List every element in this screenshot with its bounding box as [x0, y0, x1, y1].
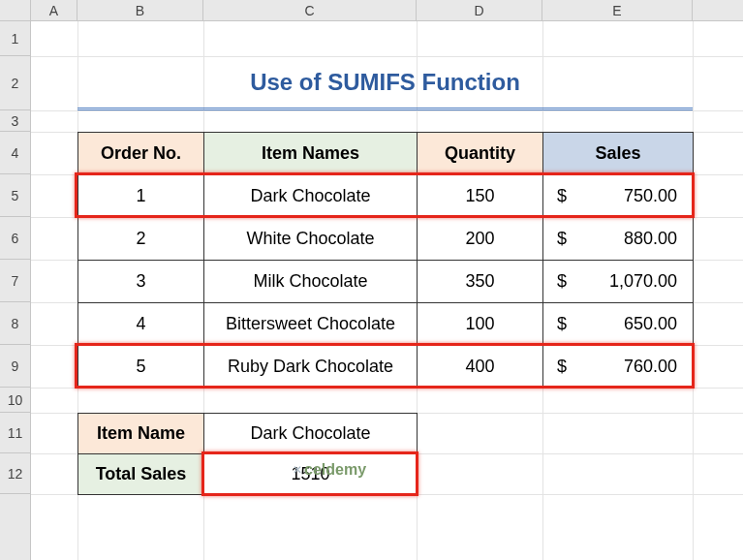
- row-header-10[interactable]: 10: [0, 388, 30, 413]
- cell-qty[interactable]: 400: [418, 346, 543, 389]
- sales-value: 650.00: [624, 314, 683, 334]
- data-table: Order No. Item Names Quantity Sales 1 Da…: [77, 132, 694, 389]
- cell-item[interactable]: Ruby Dark Chocolate: [204, 346, 418, 389]
- summary-item-value[interactable]: Dark Chocolate: [204, 414, 418, 454]
- row-headers-column: 1 2 3 4 5 6 7 8 9 10 11 12: [0, 21, 31, 560]
- row-header-6[interactable]: 6: [0, 217, 30, 260]
- cell-item[interactable]: Milk Chocolate: [204, 261, 418, 303]
- sales-value: 880.00: [624, 229, 683, 249]
- cell-item[interactable]: Dark Chocolate: [204, 175, 418, 218]
- table-header-row: Order No. Item Names Quantity Sales: [78, 133, 694, 175]
- cell-order[interactable]: 3: [78, 261, 204, 303]
- cell-qty[interactable]: 100: [418, 303, 543, 346]
- row-header-8[interactable]: 8: [0, 302, 30, 345]
- spreadsheet: A B C D E 1 2 3 4 5 6 7 8 9 10 11 12: [0, 0, 743, 560]
- row-header-3[interactable]: 3: [0, 110, 30, 132]
- summary-total-row: Total Sales 1510: [78, 454, 418, 495]
- cell-qty[interactable]: 150: [418, 175, 543, 218]
- cell-sales[interactable]: $650.00: [543, 303, 694, 346]
- sales-value: 1,070.00: [609, 271, 683, 292]
- header-qty[interactable]: Quantity: [418, 133, 543, 175]
- cell-order[interactable]: 1: [78, 175, 204, 218]
- summary-total-value[interactable]: 1510: [204, 454, 418, 495]
- header-sales[interactable]: Sales: [543, 133, 694, 175]
- table-row: 3 Milk Chocolate 350 $1,070.00: [78, 261, 694, 303]
- cell-qty[interactable]: 350: [418, 261, 543, 303]
- sales-value: 760.00: [624, 357, 683, 377]
- cells-grid[interactable]: Use of SUMIFS Function Order No. Item Na…: [31, 21, 743, 560]
- row-header-4[interactable]: 4: [0, 132, 30, 174]
- cell-item[interactable]: White Chocolate: [204, 218, 418, 261]
- cell-order[interactable]: 4: [78, 303, 204, 346]
- currency-symbol: $: [553, 314, 567, 334]
- table-row: 2 White Chocolate 200 $880.00: [78, 218, 694, 261]
- currency-symbol: $: [553, 357, 567, 377]
- table-row: 4 Bittersweet Chocolate 100 $650.00: [78, 303, 694, 346]
- summary-item-row: Item Name Dark Chocolate: [78, 414, 418, 454]
- row-header-11[interactable]: 11: [0, 413, 30, 453]
- row-header-9[interactable]: 9: [0, 345, 30, 388]
- cell-sales[interactable]: $880.00: [543, 218, 694, 261]
- select-all-corner[interactable]: [0, 0, 31, 21]
- page-title: Use of SUMIFS Function: [77, 56, 693, 110]
- row-header-7[interactable]: 7: [0, 260, 30, 302]
- row-header-5[interactable]: 5: [0, 174, 30, 217]
- currency-symbol: $: [553, 229, 567, 249]
- summary-table: Item Name Dark Chocolate Total Sales 151…: [77, 413, 418, 495]
- currency-symbol: $: [553, 271, 567, 292]
- col-header-c[interactable]: C: [203, 0, 417, 20]
- currency-symbol: $: [553, 186, 567, 206]
- table-row: 1 Dark Chocolate 150 $750.00: [78, 175, 694, 218]
- cell-order[interactable]: 5: [78, 346, 204, 389]
- header-item[interactable]: Item Names: [204, 133, 418, 175]
- col-header-b[interactable]: B: [77, 0, 203, 20]
- summary-item-label[interactable]: Item Name: [78, 414, 204, 454]
- header-order[interactable]: Order No.: [78, 133, 204, 175]
- cell-qty[interactable]: 200: [418, 218, 543, 261]
- cell-sales[interactable]: $750.00: [543, 175, 694, 218]
- sales-value: 750.00: [624, 186, 683, 206]
- summary-total-label[interactable]: Total Sales: [78, 454, 204, 495]
- col-header-a[interactable]: A: [31, 0, 77, 20]
- row-header-2[interactable]: 2: [0, 56, 30, 110]
- cell-sales[interactable]: $1,070.00: [543, 261, 694, 303]
- col-header-d[interactable]: D: [417, 0, 542, 20]
- col-header-e[interactable]: E: [542, 0, 693, 20]
- column-headers-row: A B C D E: [0, 0, 743, 21]
- cell-item[interactable]: Bittersweet Chocolate: [204, 303, 418, 346]
- cell-order[interactable]: 2: [78, 218, 204, 261]
- table-row: 5 Ruby Dark Chocolate 400 $760.00: [78, 346, 694, 389]
- row-header-12[interactable]: 12: [0, 453, 30, 494]
- row-header-1[interactable]: 1: [0, 21, 30, 56]
- cell-sales[interactable]: $760.00: [543, 346, 694, 389]
